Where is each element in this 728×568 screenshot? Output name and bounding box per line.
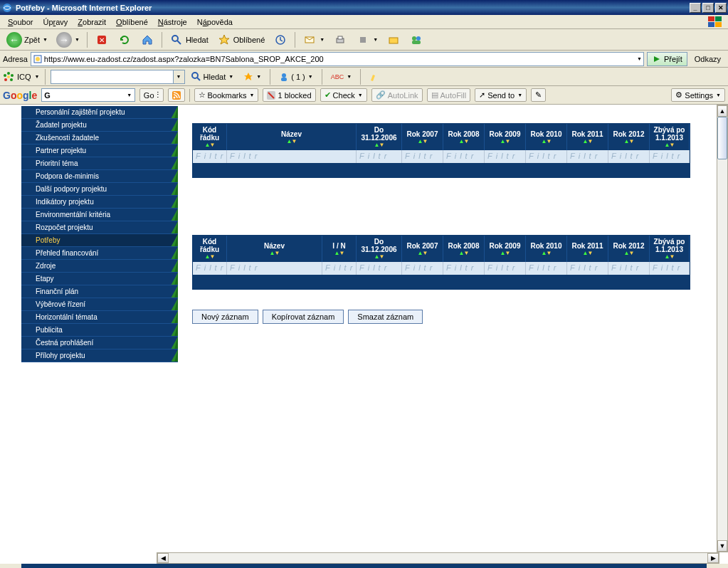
sidebar-item[interactable]: Zkušenosti žadatele (21, 132, 178, 144)
google-check-button[interactable]: ✔Check▼ (320, 88, 367, 102)
col-nazev[interactable]: Název▲▼ (227, 236, 322, 262)
close-button[interactable]: ✕ (715, 3, 727, 13)
filter-cell[interactable]: Filtr (357, 150, 402, 163)
google-feed-button[interactable] (168, 88, 185, 102)
minimize-button[interactable]: _ (690, 3, 701, 13)
col-2007[interactable]: Rok 2007▲▼ (402, 124, 443, 150)
copy-record-button[interactable]: Kopírovat záznam (263, 310, 344, 324)
filter-cell[interactable]: Filtr (357, 262, 402, 275)
filter-cell[interactable]: Filtr (443, 150, 485, 163)
sidebar-item[interactable]: Rozpočet projektu (21, 221, 178, 234)
restore-button[interactable]: □ (702, 3, 714, 13)
col-2008[interactable]: Rok 2008▲▼ (443, 236, 485, 262)
sidebar-item[interactable]: Přehled financování (21, 247, 178, 260)
url-field-wrap[interactable]: ▼ (31, 52, 644, 66)
col-2009[interactable]: Rok 2009▲▼ (485, 124, 526, 150)
sidebar-item[interactable]: Horizontální témata (21, 311, 178, 324)
col-kod[interactable]: Kód řádku▲▼ (193, 236, 227, 262)
col-2011[interactable]: Rok 2011▲▼ (567, 236, 608, 262)
new-record-button[interactable]: Nový záznam (192, 310, 258, 324)
filter-cell[interactable]: Filtr (608, 150, 650, 163)
sidebar-item[interactable]: Prioritní téma (21, 157, 178, 170)
filter-cell[interactable]: Filtr (443, 262, 485, 275)
menu-nastroje[interactable]: Nástroje (153, 16, 192, 28)
scroll-right-icon[interactable]: ▶ (707, 553, 719, 563)
filter-cell[interactable]: Filtr (567, 150, 608, 163)
col-2007[interactable]: Rok 2007▲▼ (402, 236, 443, 262)
sidebar-item[interactable]: Publicita (21, 324, 178, 337)
google-bookmarks-button[interactable]: ☆Bookmarks▼ (194, 88, 259, 102)
google-sendto-button[interactable]: ➚Send to▼ (475, 88, 527, 102)
filter-cell[interactable]: Filtr (322, 262, 357, 275)
google-search-input[interactable] (53, 91, 124, 100)
col-in[interactable]: I / N▲▼ (322, 236, 357, 262)
filter-cell[interactable]: Filtr (608, 262, 650, 275)
icq-search-combo[interactable]: ▼ (51, 70, 185, 84)
icq-highlight-button[interactable] (366, 68, 383, 85)
home-button[interactable] (137, 31, 158, 48)
sidebar-item[interactable]: Čestná prohlášení (21, 337, 178, 349)
col-2010[interactable]: Rok 2010▲▼ (526, 124, 567, 150)
search-button[interactable]: Hledat (166, 31, 212, 48)
google-blocked-button[interactable]: 1 blocked (263, 88, 315, 102)
sidebar-item[interactable]: Zdroje (21, 260, 178, 273)
filter-cell[interactable]: Filtr (402, 262, 443, 275)
print-button[interactable] (329, 31, 351, 48)
history-button[interactable] (270, 31, 291, 48)
col-2008[interactable]: Rok 2008▲▼ (443, 124, 485, 150)
icq-search-button[interactable]: Hledat▼ (188, 68, 238, 85)
filter-cell[interactable]: Filtr (650, 262, 690, 275)
col-zbyva[interactable]: Zbývá po 1.1.2013▲▼ (650, 124, 690, 150)
scroll-down-icon[interactable]: ▼ (717, 540, 727, 552)
messenger-button[interactable] (406, 31, 427, 48)
scroll-thumb[interactable] (717, 117, 727, 159)
filter-cell[interactable]: Filtr (526, 150, 567, 163)
menu-upravy[interactable]: Úpravy (38, 16, 73, 28)
filter-cell[interactable]: Filtr (567, 262, 608, 275)
google-highlight-button[interactable]: ✎ (531, 88, 546, 102)
forward-button[interactable]: → ▼ (53, 31, 83, 48)
menu-napoveda[interactable]: Nápověda (192, 16, 238, 28)
sidebar-item[interactable]: Další podpory projektu (21, 183, 178, 196)
menu-zobrazit[interactable]: Zobrazit (73, 16, 111, 28)
sidebar-item[interactable]: Environmentální kritéria (21, 209, 178, 221)
filter-cell[interactable]: Filtr (650, 150, 690, 163)
menu-soubor[interactable]: Soubor (3, 16, 38, 28)
filter-cell[interactable]: Filtr (485, 262, 526, 275)
back-button[interactable]: ← Zpět ▼ (3, 31, 51, 48)
col-do[interactable]: Do 31.12.2006▲▼ (357, 124, 402, 150)
sidebar-item[interactable]: Přílohy projektu (21, 349, 178, 362)
go-button[interactable]: Přejít (647, 52, 687, 66)
discuss-button[interactable] (383, 31, 404, 48)
stop-button[interactable]: ✕ (91, 31, 112, 48)
delete-record-button[interactable]: Smazat záznam (348, 310, 423, 324)
google-go-button[interactable]: Go ⵗ (139, 88, 164, 102)
vertical-scrollbar[interactable]: ▲ ▼ (717, 105, 728, 552)
google-autolink-button[interactable]: 🔗AutoLink (371, 88, 423, 102)
col-2012[interactable]: Rok 2012▲▼ (608, 124, 650, 150)
chevron-down-icon[interactable]: ▼ (35, 74, 40, 79)
horizontal-scrollbar[interactable]: ◀ ▶ (157, 552, 719, 564)
sidebar-item[interactable]: Partner projektu (21, 144, 178, 157)
sidebar-item[interactable]: Personální zajištění projektu (21, 106, 178, 119)
chevron-down-icon[interactable]: ▼ (173, 70, 184, 83)
google-settings-button[interactable]: ⚙Settings▼ (671, 88, 725, 102)
sidebar-item[interactable]: Podpora de-minimis (21, 170, 178, 183)
refresh-button[interactable] (114, 31, 135, 48)
col-do[interactable]: Do 31.12.2006▲▼ (357, 236, 402, 262)
sidebar-item[interactable]: Potřeby (21, 234, 178, 247)
sidebar-item[interactable]: Žadatel projektu (21, 119, 178, 132)
scroll-left-icon[interactable]: ◀ (157, 553, 169, 563)
icq-people-button[interactable]: ( 1 )▼ (275, 68, 317, 85)
sidebar-item[interactable]: Indikátory projektu (21, 196, 178, 209)
sidebar-item[interactable]: Finanční plán (21, 285, 178, 298)
google-autofill-button[interactable]: ▤AutoFill (427, 88, 471, 102)
favorites-button[interactable]: Oblíbené (213, 31, 269, 48)
sidebar-item[interactable]: Výběrové řízení (21, 298, 178, 311)
chevron-down-icon[interactable]: ▼ (125, 93, 134, 98)
mail-button[interactable]: ▼ (299, 31, 328, 48)
chevron-down-icon[interactable]: ▼ (637, 56, 642, 61)
menu-oblibene[interactable]: Oblíbené (111, 16, 153, 28)
icq-search-input[interactable] (51, 73, 172, 81)
col-kod[interactable]: Kód řádku▲▼ (193, 124, 227, 150)
